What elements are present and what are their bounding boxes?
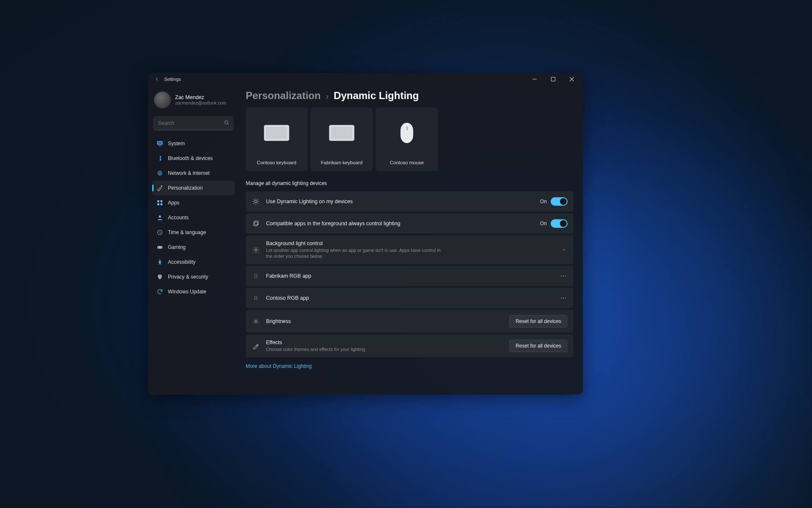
search-container bbox=[153, 116, 234, 130]
chevron-up-icon[interactable] bbox=[560, 247, 568, 252]
search-input[interactable] bbox=[153, 116, 234, 130]
apps-stack-icon bbox=[252, 220, 260, 227]
svg-point-45 bbox=[561, 298, 562, 298]
drag-handle-icon[interactable] bbox=[252, 295, 260, 301]
svg-point-31 bbox=[256, 274, 257, 275]
sidebar-item-label: Network & internet bbox=[168, 170, 210, 176]
device-list: Contoso keyboardFabrikam keyboardContoso… bbox=[246, 108, 573, 171]
effects-icon bbox=[252, 342, 260, 350]
user-email: zacmendez@outlook.com bbox=[175, 100, 226, 105]
sidebar-item-label: Personalization bbox=[168, 185, 203, 191]
back-button[interactable] bbox=[153, 77, 161, 82]
more-icon[interactable] bbox=[559, 273, 568, 279]
row-use-dynamic-lighting: Use Dynamic Lighting on my devices On bbox=[246, 191, 573, 212]
main-content: Personalization › Dynamic Lighting Conto… bbox=[239, 86, 583, 395]
sidebar-item-update[interactable]: Windows Update bbox=[152, 284, 235, 299]
gaming-icon bbox=[156, 244, 163, 251]
bluetooth-icon bbox=[156, 155, 163, 162]
svg-rect-12 bbox=[160, 203, 162, 205]
svg-point-46 bbox=[563, 298, 564, 298]
breadcrumb-current: Dynamic Lighting bbox=[334, 90, 419, 102]
sidebar-item-label: Apps bbox=[168, 200, 179, 206]
reset-brightness-button[interactable]: Reset for all devices bbox=[509, 315, 568, 328]
svg-line-53 bbox=[254, 319, 254, 320]
user-name: Zac Mendez bbox=[175, 94, 226, 100]
device-card-mouse-2[interactable]: Contoso mouse bbox=[376, 108, 438, 171]
maximize-button[interactable] bbox=[544, 73, 562, 86]
close-button[interactable] bbox=[562, 73, 581, 86]
svg-point-35 bbox=[256, 277, 257, 278]
minimize-icon bbox=[532, 77, 537, 81]
svg-point-16 bbox=[161, 247, 162, 248]
brightness-icon bbox=[252, 318, 260, 325]
avatar bbox=[154, 91, 171, 108]
row-title: Use Dynamic Lighting on my devices bbox=[266, 199, 534, 204]
nav: SystemBluetooth & devicesNetwork & inter… bbox=[151, 136, 236, 299]
svg-line-25 bbox=[253, 203, 254, 204]
sidebar-item-network[interactable]: Network & internet bbox=[152, 166, 235, 180]
accounts-icon bbox=[156, 214, 163, 221]
more-about-link[interactable]: More about Dynamic Lighting bbox=[246, 363, 573, 369]
update-icon bbox=[156, 288, 163, 295]
breadcrumb: Personalization › Dynamic Lighting bbox=[246, 90, 573, 102]
svg-rect-11 bbox=[157, 203, 159, 205]
row-brightness: Brightness Reset for all devices bbox=[246, 310, 573, 333]
toggle-compatible-apps[interactable] bbox=[551, 219, 568, 228]
svg-rect-1 bbox=[551, 77, 555, 81]
sidebar-item-time[interactable]: Time & language bbox=[152, 225, 235, 240]
titlebar: Settings bbox=[148, 73, 583, 86]
svg-point-40 bbox=[256, 296, 257, 297]
svg-point-38 bbox=[565, 276, 566, 276]
reset-effects-button[interactable]: Reset for all devices bbox=[509, 340, 568, 352]
sidebar-item-label: System bbox=[168, 141, 185, 146]
svg-point-29 bbox=[255, 249, 257, 251]
breadcrumb-parent[interactable]: Personalization bbox=[246, 90, 321, 102]
device-card-keyboard-1[interactable]: Fabrikam keyboard bbox=[311, 108, 373, 171]
more-icon[interactable] bbox=[559, 295, 568, 301]
sidebar-item-apps[interactable]: Apps bbox=[152, 196, 235, 210]
svg-rect-27 bbox=[254, 222, 258, 226]
user-profile[interactable]: Zac Mendez zacmendez@outlook.com bbox=[151, 89, 236, 113]
row-effects: Effects Choose color themes and effects … bbox=[246, 334, 573, 357]
sidebar-item-label: Time & language bbox=[168, 229, 206, 235]
svg-point-41 bbox=[255, 298, 255, 298]
svg-point-18 bbox=[255, 200, 257, 203]
svg-line-56 bbox=[258, 319, 258, 320]
minimize-button[interactable] bbox=[525, 73, 544, 86]
sidebar-item-accounts[interactable]: Accounts bbox=[152, 210, 235, 225]
sidebar-item-system[interactable]: System bbox=[152, 136, 235, 151]
svg-point-33 bbox=[256, 276, 257, 276]
svg-point-32 bbox=[255, 276, 255, 276]
keyboard-icon bbox=[264, 125, 289, 141]
network-icon bbox=[156, 170, 163, 177]
row-title: Background light control bbox=[266, 240, 554, 246]
drag-handle-icon[interactable] bbox=[252, 273, 260, 279]
svg-point-44 bbox=[256, 299, 257, 300]
sidebar-item-accessibility[interactable]: Accessibility bbox=[152, 255, 235, 269]
svg-rect-6 bbox=[157, 141, 162, 145]
row-bg-app[interactable]: Contoso RGB app bbox=[246, 288, 573, 308]
sidebar-item-bluetooth[interactable]: Bluetooth & devices bbox=[152, 151, 235, 166]
svg-point-36 bbox=[561, 276, 562, 276]
svg-line-54 bbox=[258, 323, 258, 323]
sidebar-item-label: Accounts bbox=[168, 215, 189, 221]
personalization-icon bbox=[156, 185, 163, 191]
toggle-use-dynamic-lighting[interactable] bbox=[551, 197, 568, 206]
gear-icon bbox=[252, 246, 260, 254]
row-bg-app[interactable]: Fabrikam RGB app bbox=[246, 266, 573, 286]
device-card-keyboard-0[interactable]: Contoso keyboard bbox=[246, 108, 307, 171]
maximize-icon bbox=[551, 77, 555, 81]
sidebar-item-gaming[interactable]: Gaming bbox=[152, 240, 235, 254]
svg-point-4 bbox=[225, 121, 228, 124]
app-title: Settings bbox=[164, 77, 181, 82]
svg-line-5 bbox=[228, 124, 229, 125]
sidebar-item-personalization[interactable]: Personalization bbox=[152, 181, 235, 195]
row-title: Compatible apps in the foreground always… bbox=[266, 221, 534, 226]
row-background-light-control[interactable]: Background light control Let another app… bbox=[246, 235, 573, 264]
search-icon bbox=[224, 120, 230, 127]
sidebar-item-privacy[interactable]: Privacy & security bbox=[152, 270, 235, 284]
svg-point-42 bbox=[256, 298, 257, 298]
privacy-icon bbox=[156, 273, 163, 280]
sidebar-item-label: Privacy & security bbox=[168, 274, 208, 280]
svg-point-48 bbox=[255, 320, 257, 323]
